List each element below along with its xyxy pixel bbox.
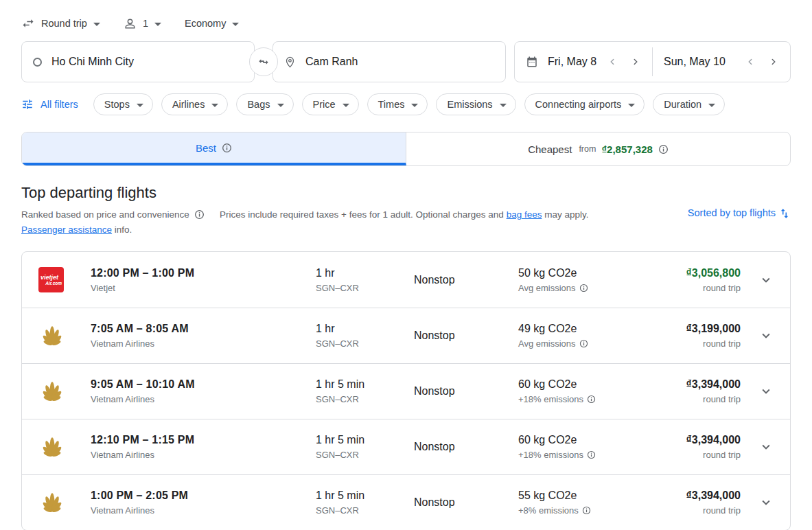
best-tab-label: Best xyxy=(196,142,216,154)
emissions-cell: 60 kg CO2e +18% emissions xyxy=(518,434,628,460)
destination-value: Cam Ranh xyxy=(305,56,358,68)
info-icon[interactable] xyxy=(582,506,591,515)
price-cell: ₫3,199,000 round trip xyxy=(628,323,741,349)
destination-input[interactable]: Cam Ranh xyxy=(272,41,506,82)
info-icon[interactable] xyxy=(222,143,232,153)
info-icon[interactable] xyxy=(194,209,205,220)
duration-cell: 1 hr SGN–CXR xyxy=(316,323,414,349)
info-icon[interactable] xyxy=(587,450,596,459)
return-date-field[interactable]: Sun, May 10 xyxy=(653,42,790,82)
filter-chip-price[interactable]: Price xyxy=(302,93,359,115)
departure-next-day-button[interactable] xyxy=(626,52,645,71)
expand-flight-button[interactable] xyxy=(741,328,774,343)
expand-flight-button[interactable] xyxy=(741,495,774,510)
vietnam-airlines-lotus-logo xyxy=(38,378,66,402)
results-subheader: Ranked based on price and convenience Pr… xyxy=(21,207,791,238)
filter-chip-duration[interactable]: Duration xyxy=(653,93,725,115)
vietnam-airlines-lotus-logo xyxy=(38,433,66,458)
logo-text: vietjet xyxy=(40,275,62,281)
price: ₫3,394,000 xyxy=(628,378,741,391)
vietjet-logo: vietjet Air.com xyxy=(38,267,64,292)
chip-label: Times xyxy=(378,99,405,110)
tab-cheapest[interactable]: Cheapest from ₫2,857,328 xyxy=(406,132,790,165)
chevron-down-icon xyxy=(500,104,507,107)
airline-logo: vietjet Air.com xyxy=(38,267,91,292)
airline-logo xyxy=(38,378,91,405)
route: SGN–CXR xyxy=(316,283,414,293)
filter-chip-connecting-airports[interactable]: Connecting airports xyxy=(524,93,645,115)
duration: 1 hr 5 min xyxy=(316,378,414,391)
filter-chip-airlines[interactable]: Airlines xyxy=(161,93,229,115)
price: ₫3,199,000 xyxy=(628,323,741,335)
chip-label: Duration xyxy=(664,99,701,110)
search-row: Ho Chi Minh City Cam Ranh Fri, May 8 xyxy=(21,41,791,82)
chevron-down-icon xyxy=(137,104,143,107)
flight-row[interactable]: 9:05 AM – 10:10 AM Vietnam Airlines 1 hr… xyxy=(22,363,790,419)
duration: 1 hr xyxy=(316,267,414,279)
emissions-label: +18% emissions xyxy=(518,450,583,460)
all-filters-button[interactable]: All filters xyxy=(21,98,78,111)
flight-row[interactable]: vietjet Air.com 12:00 PM – 1:00 PM Vietj… xyxy=(22,252,790,308)
co2-amount: 60 kg CO2e xyxy=(518,434,628,446)
expand-flight-button[interactable] xyxy=(741,439,774,454)
chevron-down-icon xyxy=(758,384,774,399)
info-icon[interactable] xyxy=(587,395,596,404)
return-date-value: Sun, May 10 xyxy=(664,56,726,68)
flight-times: 1:00 PM – 2:05 PM xyxy=(91,489,316,502)
origin-input[interactable]: Ho Chi Minh City xyxy=(21,41,255,82)
expand-flight-button[interactable] xyxy=(741,384,774,399)
airline-name: Vietnam Airlines xyxy=(91,338,316,349)
sort-by-button[interactable]: Sorted by top flights xyxy=(688,207,791,238)
departure-prev-day-button[interactable] xyxy=(603,52,622,71)
price-note: round trip xyxy=(628,450,741,460)
departure-date-field[interactable]: Fri, May 8 xyxy=(515,42,652,82)
return-next-day-button[interactable] xyxy=(764,52,783,71)
origin-value: Ho Chi Minh City xyxy=(51,56,134,68)
info-text: info. xyxy=(115,224,132,235)
route: SGN–CXR xyxy=(316,505,414,516)
flight-times: 7:05 AM – 8:05 AM xyxy=(91,323,316,335)
airline-logo xyxy=(38,322,91,349)
flight-row[interactable]: 1:00 PM – 2:05 PM Vietnam Airlines 1 hr … xyxy=(22,474,790,530)
trip-type-select[interactable]: Round trip xyxy=(21,16,100,30)
cheapest-price: ₫2,857,328 xyxy=(601,143,652,155)
date-range-picker: Fri, May 8 Sun, May 10 xyxy=(514,41,791,82)
info-icon[interactable] xyxy=(579,284,588,292)
bag-fees-link[interactable]: bag fees xyxy=(507,209,542,220)
filter-chip-bags[interactable]: Bags xyxy=(236,93,293,115)
price-cell: ₫3,056,800 round trip xyxy=(628,267,741,293)
location-pin-icon xyxy=(284,56,296,68)
chip-label: Price xyxy=(313,99,336,110)
chevron-down-icon xyxy=(758,328,774,343)
swap-route-button[interactable] xyxy=(249,47,278,76)
tab-best[interactable]: Best xyxy=(22,132,406,165)
may-apply-text: may apply. xyxy=(544,209,588,220)
stops: Nonstop xyxy=(414,385,518,398)
cabin-class-select[interactable]: Economy xyxy=(185,18,239,29)
filter-chip-times[interactable]: Times xyxy=(367,93,428,115)
filter-chip-stops[interactable]: Stops xyxy=(93,93,153,115)
duration-cell: 1 hr 5 min SGN–CXR xyxy=(316,378,414,404)
emissions-cell: 50 kg CO2e Avg emissions xyxy=(518,267,628,293)
trip-options-bar: Round trip 1 Economy xyxy=(21,15,791,32)
filter-chip-emissions[interactable]: Emissions xyxy=(436,93,515,115)
time-cell: 1:00 PM – 2:05 PM Vietnam Airlines xyxy=(91,489,316,516)
return-prev-day-button[interactable] xyxy=(741,52,760,71)
airline-logo xyxy=(38,433,91,461)
flight-row[interactable]: 12:10 PM – 1:15 PM Vietnam Airlines 1 hr… xyxy=(22,419,790,474)
duration-cell: 1 hr SGN–CXR xyxy=(316,267,414,293)
passenger-select[interactable]: 1 xyxy=(124,17,161,30)
stops: Nonstop xyxy=(414,441,518,453)
cheapest-from-label: from xyxy=(579,144,596,154)
flight-row[interactable]: 7:05 AM – 8:05 AM Vietnam Airlines 1 hr … xyxy=(22,308,790,363)
info-icon[interactable] xyxy=(579,339,588,348)
expand-flight-button[interactable] xyxy=(741,273,774,288)
chevron-down-icon xyxy=(232,23,239,26)
chevron-down-icon xyxy=(628,104,635,107)
origin-circle-icon xyxy=(33,58,42,67)
passenger-assistance-link[interactable]: Passenger assistance xyxy=(21,224,112,235)
price-cell: ₫3,394,000 round trip xyxy=(628,378,741,404)
info-icon[interactable] xyxy=(658,144,669,154)
route: SGN–CXR xyxy=(316,394,414,404)
route: SGN–CXR xyxy=(316,338,414,349)
